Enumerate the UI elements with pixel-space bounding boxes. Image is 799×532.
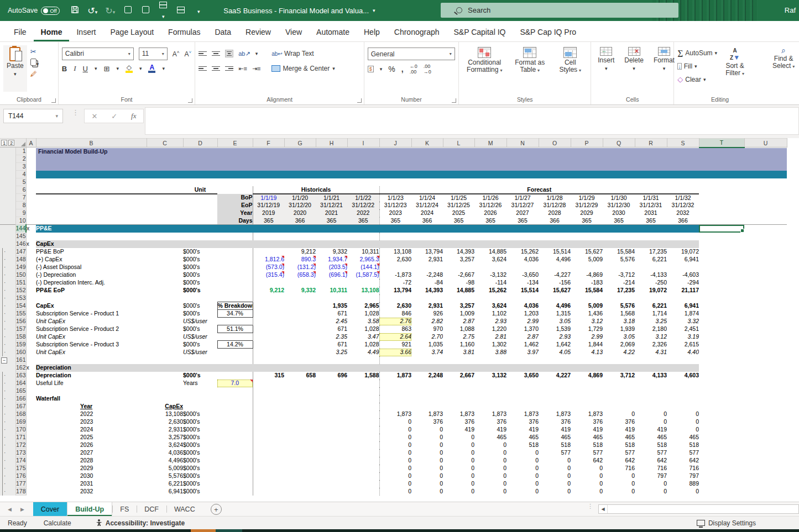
cell[interactable]: 31/12/28 (539, 202, 571, 209)
cell[interactable] (26, 287, 36, 294)
cell[interactable] (147, 356, 183, 364)
cell[interactable]: 1,035 (411, 341, 443, 349)
autosave-toggle[interactable]: AutoSave Off (8, 7, 60, 15)
cell[interactable] (379, 233, 411, 240)
cell[interactable]: 31/12/26 (474, 202, 506, 209)
cell[interactable] (699, 333, 744, 341)
cell[interactable]: 0 (571, 465, 603, 472)
cell[interactable]: 3.88 (474, 349, 506, 356)
cell[interactable] (253, 302, 284, 310)
cell[interactable] (253, 472, 284, 480)
cell[interactable] (284, 426, 316, 434)
cell[interactable]: 1/1/28 (539, 194, 571, 202)
cell[interactable] (147, 248, 183, 256)
cell-styles-button[interactable]: Cell Styles (553, 45, 587, 94)
cell[interactable]: 846 (379, 310, 411, 318)
column-header-L[interactable]: L (443, 139, 474, 148)
column-header-K[interactable]: K (411, 139, 443, 148)
cell[interactable] (571, 233, 603, 240)
cell[interactable] (253, 480, 284, 488)
cell[interactable]: 376 (539, 418, 571, 426)
row-number[interactable]: 145 (15, 233, 26, 240)
outline-gutter[interactable]: · (0, 318, 15, 325)
copy-icon[interactable]: ▾ (30, 59, 39, 67)
cell[interactable]: $000's (183, 457, 217, 465)
cell[interactable]: 4.22 (603, 349, 635, 356)
outline-gutter[interactable]: · (0, 403, 15, 410)
cell[interactable]: 4,496 (539, 256, 571, 264)
cell[interactable] (539, 387, 571, 395)
row-number[interactable]: 160 (15, 349, 26, 356)
cell[interactable]: 2,965 (347, 302, 379, 310)
cell[interactable]: 5,009 (147, 465, 183, 472)
cell[interactable]: (1,587.5) (347, 271, 379, 279)
cell[interactable]: 0 (506, 465, 539, 472)
row-number[interactable]: 165 (15, 387, 26, 395)
horizontal-scrollbar[interactable]: ◀ (598, 504, 799, 514)
column-header-M[interactable]: M (474, 139, 506, 148)
cell[interactable]: 10,311 (316, 287, 347, 294)
cell[interactable] (217, 264, 253, 271)
cell[interactable] (253, 418, 284, 426)
font-dialog-launcher-icon[interactable] (188, 98, 192, 103)
cell[interactable]: 31/12/25 (443, 202, 474, 209)
cell[interactable] (571, 294, 603, 302)
cell[interactable]: 577 (539, 449, 571, 457)
cell[interactable]: 5,009 (571, 302, 603, 310)
cell[interactable] (183, 387, 217, 395)
cell[interactable]: 0 (474, 488, 506, 496)
cell[interactable]: 0 (603, 410, 635, 418)
row-number[interactable]: 6 (15, 186, 26, 194)
search-input[interactable]: Search (441, 3, 678, 18)
cell[interactable]: 2,451 (667, 325, 699, 333)
cell[interactable]: 0 (443, 488, 474, 496)
cell[interactable]: 1,934.7 (316, 256, 347, 264)
cell[interactable] (36, 233, 147, 240)
cell[interactable] (744, 441, 787, 449)
cell[interactable]: 0 (635, 410, 667, 418)
cell[interactable]: $000's (183, 372, 217, 380)
cell[interactable]: 6,221 (635, 302, 667, 310)
cell[interactable]: 1,873 (379, 372, 411, 380)
cell[interactable]: 365 (571, 217, 603, 225)
cell[interactable] (635, 294, 667, 302)
cell[interactable]: 31/12/20 (284, 202, 316, 209)
cell[interactable]: 5,576 (603, 256, 635, 264)
cell[interactable]: 2031 (635, 209, 667, 217)
cell[interactable] (217, 287, 253, 294)
cell[interactable] (217, 441, 253, 449)
cell[interactable] (147, 302, 183, 310)
orientation-dropdown-icon[interactable]: ▾ (255, 51, 258, 56)
cell[interactable]: 15,514 (506, 287, 539, 294)
cell[interactable] (744, 318, 787, 325)
cell[interactable] (316, 410, 347, 418)
cell[interactable] (26, 465, 36, 472)
cell[interactable] (36, 217, 147, 225)
column-header-D[interactable]: D (183, 139, 217, 148)
cell[interactable] (217, 279, 253, 287)
cell[interactable] (347, 457, 379, 465)
cell[interactable] (699, 194, 744, 202)
cell[interactable] (699, 318, 744, 325)
cell[interactable] (26, 271, 36, 279)
cell[interactable] (253, 333, 284, 341)
grow-font-icon[interactable]: A˄ (173, 50, 180, 58)
cell[interactable]: 4,496 (539, 302, 571, 310)
outline-gutter[interactable]: · (0, 271, 15, 279)
row-number[interactable]: 2 (15, 155, 26, 163)
cell[interactable]: (573.0) (253, 264, 284, 271)
cell[interactable] (603, 356, 635, 364)
cell[interactable] (26, 480, 36, 488)
cell[interactable] (744, 333, 787, 341)
cell[interactable]: 6,941 (667, 256, 699, 264)
cell[interactable]: 376 (443, 418, 474, 426)
row-number[interactable]: 156 (15, 318, 26, 325)
sheet-tab-build-up[interactable]: Build-Up (67, 502, 112, 516)
cell[interactable] (217, 434, 253, 441)
cell[interactable]: 1,935 (316, 302, 347, 310)
cell[interactable]: 376 (506, 418, 539, 426)
row-number[interactable]: 178 (15, 488, 26, 496)
cell[interactable]: 17,235 (603, 287, 635, 294)
cell[interactable]: Subscription Service - Product 2 (36, 325, 147, 333)
outline-gutter[interactable] (0, 217, 15, 225)
